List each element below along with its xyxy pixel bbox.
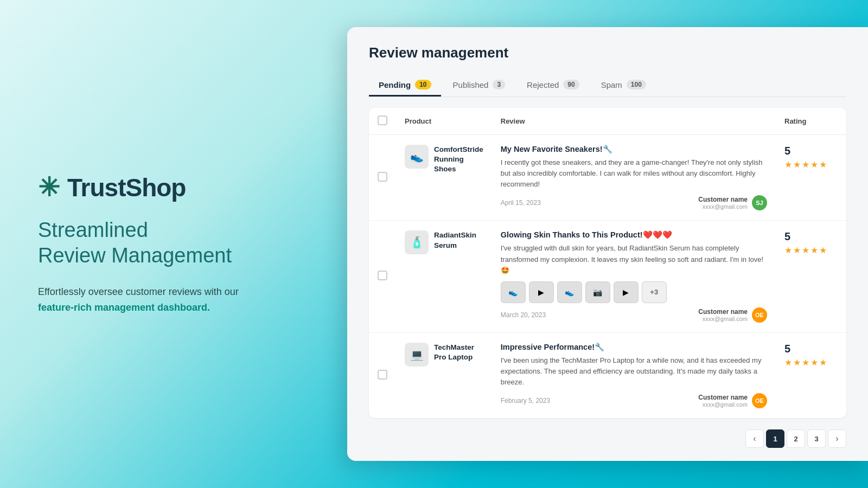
page-title: Review management <box>369 44 846 61</box>
description-highlight: feature-rich management dashboard. <box>38 302 210 313</box>
review-meta-2: March 20, 2023 Customer name xxxx@gmail.… <box>501 307 767 323</box>
review-table: Product Review Rating 👟 <box>369 108 846 418</box>
media-thumb-1[interactable]: 👟 <box>501 281 526 303</box>
tab-spam[interactable]: Spam 100 <box>591 74 656 97</box>
row-checkbox-2[interactable] <box>378 271 387 280</box>
tab-published-label: Published <box>453 80 489 89</box>
table-row: 👟 ComfortStrideRunning Shoes My New Favo… <box>369 135 846 221</box>
tab-spam-badge: 100 <box>627 80 646 89</box>
col-header-rating: Rating <box>776 108 846 135</box>
table-row: 🧴 RadiantSkinSerum Glowing Skin Thanks t… <box>369 221 846 332</box>
reviewer-email-3: xxxx@gmail.com <box>698 401 748 408</box>
reviewer-name-email-3: Customer name xxxx@gmail.com <box>698 394 748 408</box>
product-image-1: 👟 <box>405 145 429 169</box>
reviewer-name-2: Customer name <box>698 308 748 316</box>
media-thumb-2[interactable]: ▶ <box>529 281 554 303</box>
pagination: ‹ 1 2 3 › <box>347 421 868 461</box>
review-title-1: My New Favorite Sneakers!🔧 <box>501 145 767 154</box>
tab-spam-label: Spam <box>601 80 622 89</box>
pagination-next[interactable]: › <box>828 429 846 448</box>
logo-icon: ✳ <box>38 175 60 201</box>
reviewer-email-2: xxxx@gmail.com <box>698 316 748 322</box>
reviewer-avatar-3: OE <box>752 393 767 408</box>
review-meta-1: April 15, 2023 Customer name xxxx@gmail.… <box>501 195 767 210</box>
pagination-page-1[interactable]: 1 <box>766 429 784 448</box>
product-cell-1: 👟 ComfortStrideRunning Shoes <box>405 145 483 175</box>
review-text-2: I've struggled with dull skin for years,… <box>501 243 767 275</box>
tab-rejected-badge: 90 <box>563 80 579 89</box>
tab-published-badge: 3 <box>493 80 505 89</box>
rating-number-1: 5 <box>784 145 838 157</box>
rating-number-3: 5 <box>784 343 838 355</box>
media-thumb-3[interactable]: 👟 <box>557 281 582 303</box>
pagination-prev[interactable]: ‹ <box>745 429 764 448</box>
stars-2: ★★★★★ <box>784 245 838 255</box>
tab-rejected[interactable]: Rejected 90 <box>517 74 589 97</box>
product-name-1: ComfortStrideRunning Shoes <box>434 145 483 175</box>
brand-name: TrustShop <box>67 173 186 202</box>
product-image-2: 🧴 <box>405 230 429 254</box>
pagination-page-2[interactable]: 2 <box>787 429 805 448</box>
table-container: Product Review Rating 👟 <box>347 97 868 421</box>
media-thumb-4[interactable]: 📷 <box>585 281 610 303</box>
row-checkbox-1[interactable] <box>378 172 387 182</box>
review-meta-3: February 5, 2023 Customer name xxxx@gmai… <box>501 393 767 408</box>
stars-1: ★★★★★ <box>784 159 838 170</box>
review-date-1: April 15, 2023 <box>501 199 541 207</box>
tab-pending-badge: 10 <box>415 80 431 89</box>
col-header-product: Product <box>396 108 492 135</box>
description: Effortlessly oversee customer reviews wi… <box>38 284 266 316</box>
app-window: Review management Pending 10 Published 3… <box>347 27 868 461</box>
reviewer-avatar-1: SJ <box>752 195 767 210</box>
select-all-checkbox[interactable] <box>378 115 387 125</box>
left-panel: ✳ TrustShop StreamlinedReview Management… <box>0 0 336 488</box>
pagination-page-3[interactable]: 3 <box>807 429 826 448</box>
review-date-3: February 5, 2023 <box>501 397 550 404</box>
product-name-2: RadiantSkinSerum <box>434 230 476 250</box>
table-row: 💻 TechMasterPro Laptop Impressive Perfor… <box>369 332 846 418</box>
reviewer-info-3: Customer name xxxx@gmail.com OE <box>698 393 767 408</box>
reviewer-name-email-1: Customer name xxxx@gmail.com <box>698 196 748 210</box>
col-header-review: Review <box>492 108 776 135</box>
reviewer-name-email-2: Customer name xxxx@gmail.com <box>698 308 748 322</box>
tab-published[interactable]: Published 3 <box>443 74 515 97</box>
product-name-3: TechMasterPro Laptop <box>434 343 474 362</box>
review-text-1: I recently got these sneakers, and they … <box>501 157 767 190</box>
reviewer-info-1: Customer name xxxx@gmail.com SJ <box>698 195 767 210</box>
product-image-3: 💻 <box>405 343 429 367</box>
product-cell-3: 💻 TechMasterPro Laptop <box>405 343 483 367</box>
stars-3: ★★★★★ <box>784 357 838 368</box>
media-row-2: 👟 ▶ 👟 📷 ▶ +3 <box>501 281 767 303</box>
review-text-3: I've been using the TechMaster Pro Lapto… <box>501 355 767 388</box>
tab-pending-label: Pending <box>379 80 411 89</box>
media-more[interactable]: +3 <box>642 281 667 303</box>
reviewer-name-3: Customer name <box>698 394 748 401</box>
right-panel: Review management Pending 10 Published 3… <box>336 0 868 488</box>
product-cell-2: 🧴 RadiantSkinSerum <box>405 230 483 254</box>
review-date-2: March 20, 2023 <box>501 311 546 319</box>
media-thumb-5[interactable]: ▶ <box>614 281 639 303</box>
review-title-2: Glowing Skin Thanks to This Product!❤️❤️… <box>501 230 767 240</box>
row-checkbox-3[interactable] <box>378 370 387 380</box>
tab-rejected-label: Rejected <box>527 80 559 89</box>
app-header: Review management Pending 10 Published 3… <box>347 27 868 97</box>
reviewer-info-2: Customer name xxxx@gmail.com OE <box>698 307 767 323</box>
reviewer-name-1: Customer name <box>698 196 748 203</box>
tab-pending[interactable]: Pending 10 <box>369 74 441 97</box>
reviewer-email-1: xxxx@gmail.com <box>698 203 748 210</box>
tabs-container: Pending 10 Published 3 Rejected 90 Spam … <box>369 74 846 97</box>
tagline: StreamlinedReview Management <box>38 217 298 269</box>
review-title-3: Impressive Performance!🔧 <box>501 343 767 352</box>
rating-number-2: 5 <box>784 230 838 243</box>
logo-area: ✳ TrustShop <box>38 173 298 202</box>
reviewer-avatar-2: OE <box>752 307 767 323</box>
